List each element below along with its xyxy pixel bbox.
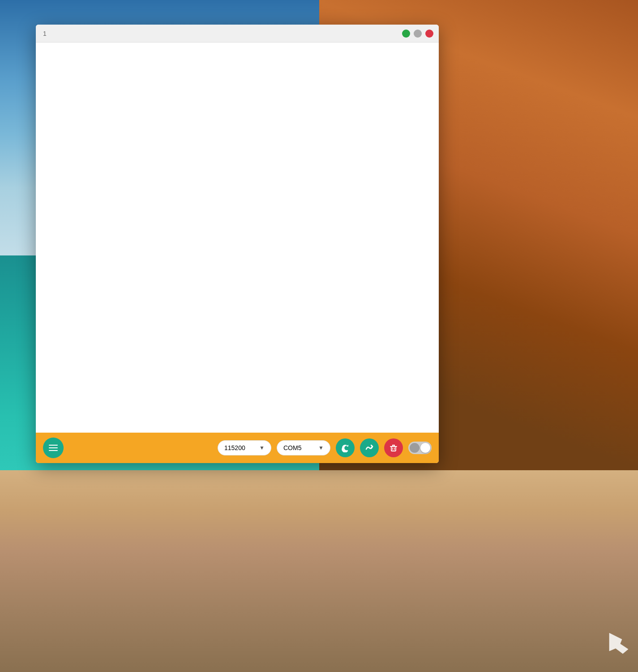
baud-rate-value: 115200 bbox=[224, 444, 245, 451]
close-button[interactable] bbox=[425, 30, 433, 38]
baud-rate-dropdown[interactable]: 115200 ▼ bbox=[218, 440, 271, 455]
hamburger-icon bbox=[49, 445, 58, 451]
port-arrow: ▼ bbox=[318, 445, 324, 451]
wave-icon bbox=[365, 443, 374, 452]
refresh-button[interactable] bbox=[336, 438, 355, 457]
editor-area[interactable] bbox=[36, 43, 439, 433]
hamburger-line-2 bbox=[49, 447, 58, 448]
sand-bg bbox=[0, 470, 638, 672]
refresh-icon bbox=[341, 443, 350, 452]
window-controls bbox=[402, 30, 433, 38]
wave-button[interactable] bbox=[360, 438, 379, 457]
title-bar: 1 bbox=[36, 25, 439, 43]
delete-button[interactable] bbox=[384, 438, 403, 457]
toggle-switch[interactable] bbox=[408, 442, 432, 454]
line-numbers bbox=[39, 46, 53, 429]
text-content[interactable] bbox=[53, 46, 435, 429]
port-value: COM5 bbox=[283, 444, 301, 451]
bing-logo bbox=[606, 631, 629, 663]
baud-rate-arrow: ▼ bbox=[259, 445, 265, 451]
toggle-bg-left bbox=[410, 443, 420, 453]
app-window: 1 115200 ▼ COM5 bbox=[36, 25, 439, 463]
hamburger-line-1 bbox=[49, 445, 58, 446]
bottom-toolbar: 115200 ▼ COM5 ▼ bbox=[36, 433, 439, 463]
toggle-knob bbox=[420, 443, 430, 453]
port-dropdown[interactable]: COM5 ▼ bbox=[277, 440, 330, 455]
line-number-label: 1 bbox=[41, 30, 47, 37]
menu-button[interactable] bbox=[43, 438, 64, 458]
trash-icon bbox=[389, 443, 398, 452]
hamburger-line-3 bbox=[49, 450, 58, 451]
minimize-button[interactable] bbox=[402, 30, 410, 38]
zoom-button[interactable] bbox=[414, 30, 422, 38]
svg-rect-0 bbox=[391, 447, 396, 451]
